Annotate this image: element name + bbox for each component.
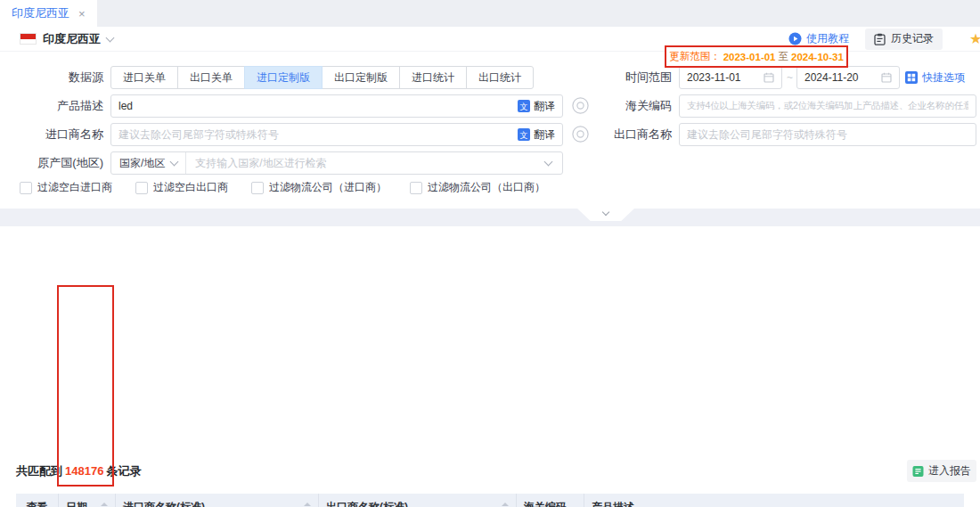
chevron-down-icon [170, 158, 179, 167]
origin-country-control: 国家/地区 支持输入国家/地区进行检索 [110, 151, 563, 175]
update-range-to: 至 [779, 50, 789, 63]
checkbox-filter-blank-exporter[interactable]: 过滤空白出口商 [135, 180, 228, 195]
exporter-placeholder: 建议去除公司尾部字符或特殊符号 [687, 127, 847, 143]
header-product-desc: 产品描述 [584, 494, 964, 507]
tab-import-declaration[interactable]: 进口关单 [110, 66, 178, 89]
favorite-star-icon[interactable]: ★ [969, 32, 980, 46]
header-hs-code: 海关编码 [517, 494, 584, 507]
results-count: 共匹配到148176条记录 [16, 463, 141, 479]
checkbox-filter-blank-importer[interactable]: 过滤空白进口商 [20, 180, 112, 195]
tab-bar: 印度尼西亚 × [0, 0, 980, 27]
importer-placeholder: 建议去除公司尾部字符或特殊符号 [118, 127, 279, 143]
origin-country-placeholder: 支持输入国家/地区进行检索 [186, 156, 326, 171]
update-range-end: 2024-10-31 [791, 52, 844, 62]
start-date-input[interactable]: 2023-11-01 [679, 66, 782, 89]
hs-code-label: 海关编码 [590, 94, 672, 118]
update-range-label: 更新范围： [669, 50, 721, 63]
report-icon [912, 465, 924, 478]
history-button[interactable]: 历史记录 [865, 29, 943, 50]
tab-close-icon[interactable]: × [78, 7, 86, 20]
importer-name-input[interactable]: 建议去除公司尾部字符或特殊符号 文 翻译 [110, 123, 563, 146]
results-table: 查看 日期 进口商名称(标准) 出口商名称(标准) 海关编码 产品描述 2024… [16, 494, 964, 507]
update-range-start: 2023-01-01 [723, 52, 776, 62]
header-exporter[interactable]: 出口商名称(标准) [319, 494, 517, 507]
sort-icon[interactable] [300, 503, 311, 507]
match-mode-icon[interactable] [572, 126, 589, 143]
tab-export-stats[interactable]: 出口统计 [466, 66, 534, 89]
update-range-annotation: 更新范围： 2023-01-01 至 2024-10-31 [665, 45, 848, 68]
calendar-icon [881, 72, 892, 83]
match-count: 148176 [62, 464, 106, 478]
tutorial-icon [788, 32, 802, 45]
checkbox-filter-logistics-importer[interactable]: 过滤物流公司（进口商） [251, 180, 387, 195]
tab-export-custom[interactable]: 出口定制版 [322, 66, 400, 89]
hs-code-input[interactable]: 支持4位以上海关编码，或2位海关编码加上产品描述、企业名称的任意信息 [679, 94, 976, 118]
product-desc-label: 产品描述 [18, 94, 103, 118]
data-source-tabs: 进口关单 出口关单 进口定制版 出口定制版 进口统计 出口统计 [110, 66, 534, 89]
checkbox[interactable] [135, 182, 148, 194]
tab-import-custom[interactable]: 进口定制版 [244, 66, 323, 89]
results-panel: 共匹配到148176条记录 进入报告 查看 日期 进口商名称(标准) 出口商名称… [0, 226, 980, 507]
header-view: 查看 [16, 494, 59, 507]
history-icon [874, 33, 886, 45]
origin-country-label: 原产国(地区) [18, 151, 103, 175]
tab-title: 印度尼西亚 [12, 5, 69, 21]
product-desc-value: led [118, 100, 133, 112]
time-range-label: 时间范围 [590, 66, 672, 89]
checkbox[interactable] [251, 182, 264, 194]
sort-icon[interactable] [97, 503, 108, 507]
end-date-input[interactable]: 2024-11-20 [796, 66, 900, 89]
enter-report-button[interactable]: 进入报告 [907, 460, 976, 482]
exporter-name-label: 出口商名称 [590, 123, 672, 146]
data-source-label: 数据源 [18, 66, 103, 89]
hs-code-placeholder: 支持4位以上海关编码，或2位海关编码加上产品描述、企业名称的任意信息 [687, 100, 968, 112]
svg-text:文: 文 [520, 131, 528, 140]
app-screen: 印度尼西亚 × 印度尼西亚 使用教程 历史记录 ★ 更新范围： 2023-01-… [0, 0, 980, 507]
tab-indonesia[interactable]: 印度尼西亚 × [0, 0, 97, 27]
checkbox[interactable] [410, 182, 422, 194]
svg-text:文: 文 [520, 102, 528, 111]
origin-country-select[interactable]: 国家/地区 [111, 152, 186, 174]
filter-checkboxes: 过滤空白进口商 过滤空白出口商 过滤物流公司（进口商） 过滤物流公司（出口商） [20, 180, 545, 195]
calendar-icon [764, 72, 774, 83]
tab-import-stats[interactable]: 进口统计 [399, 66, 467, 89]
translate-icon: 文 [518, 100, 530, 112]
indonesia-flag-icon [20, 33, 37, 45]
checkbox-filter-logistics-exporter[interactable]: 过滤物流公司（出口商） [410, 180, 545, 195]
match-mode-icon[interactable] [572, 97, 589, 114]
country-name: 印度尼西亚 [43, 31, 101, 47]
product-desc-input[interactable]: led 文 翻译 [110, 94, 563, 118]
chevron-down-icon[interactable] [544, 158, 553, 167]
exporter-name-input[interactable]: 建议去除公司尾部字符或特殊符号 [679, 123, 976, 146]
quick-options-icon [905, 71, 918, 84]
importer-name-label: 进口商名称 [18, 123, 103, 146]
translate-button[interactable]: 文 翻译 [518, 99, 555, 114]
checkbox[interactable] [20, 182, 32, 194]
tutorial-button[interactable]: 使用教程 [788, 31, 849, 46]
header-date[interactable]: 日期 [59, 494, 116, 507]
chevron-down-icon [602, 209, 609, 216]
chevron-down-icon[interactable] [106, 33, 115, 42]
table-header: 查看 日期 进口商名称(标准) 出口商名称(标准) 海关编码 产品描述 [16, 494, 964, 507]
quick-options-button[interactable]: 快捷选项 [905, 66, 965, 89]
date-range-separator: ~ [787, 66, 793, 89]
sort-icon[interactable] [498, 503, 509, 507]
header-importer[interactable]: 进口商名称(标准) [116, 494, 319, 507]
form-collapse-band [0, 209, 980, 226]
translate-button[interactable]: 文 翻译 [518, 127, 555, 143]
tab-export-declaration[interactable]: 出口关单 [177, 66, 245, 89]
translate-icon: 文 [518, 128, 530, 141]
